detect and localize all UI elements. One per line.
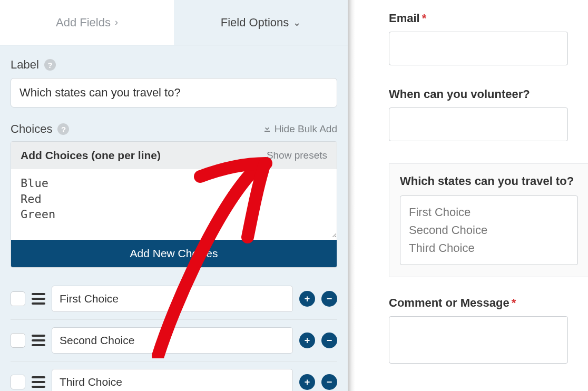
label-input[interactable] xyxy=(11,78,337,107)
hide-bulk-add-label: Hide Bulk Add xyxy=(275,123,337,135)
bulk-add-header: Add Choices (one per line) Show presets xyxy=(11,142,337,169)
volunteer-label: When can you volunteer? xyxy=(389,87,530,101)
preview-choice: First Choice xyxy=(409,203,569,221)
choice-checkbox[interactable] xyxy=(11,375,25,389)
add-new-choices-button[interactable]: Add New Choices xyxy=(11,240,337,267)
email-label: Email xyxy=(389,12,420,25)
required-asterisk: * xyxy=(422,12,427,25)
remove-choice-button[interactable]: − xyxy=(321,291,337,307)
volunteer-input-preview[interactable] xyxy=(389,107,568,141)
hide-bulk-add-link[interactable]: Hide Bulk Add xyxy=(263,123,337,135)
preview-email-field: Email * xyxy=(389,12,580,65)
drag-handle-icon[interactable] xyxy=(32,335,45,346)
comment-label: Comment or Message xyxy=(389,296,509,310)
preview-states-field[interactable]: Which states can you travel to? First Ch… xyxy=(389,163,588,277)
choice-row: + − xyxy=(11,320,337,361)
help-icon[interactable]: ? xyxy=(44,59,56,71)
states-label: Which states can you travel to? xyxy=(400,174,574,188)
builder-tabs: Add Fields › Field Options ⌄ xyxy=(0,0,348,45)
bulk-choices-textarea[interactable]: Blue Red Green xyxy=(11,169,337,238)
preview-choice: Third Choice xyxy=(409,239,569,257)
choice-text-input[interactable] xyxy=(52,327,293,354)
remove-choice-button[interactable]: − xyxy=(321,374,337,390)
states-choices-box: First Choice Second Choice Third Choice xyxy=(400,196,578,265)
form-preview-panel: Email * When can you volunteer? Which st… xyxy=(355,0,588,391)
email-input-preview[interactable] xyxy=(389,32,568,65)
drag-handle-icon[interactable] xyxy=(32,376,45,388)
choices-title: Choices xyxy=(11,122,52,136)
label-title: Label xyxy=(11,58,39,72)
show-presets-link[interactable]: Show presets xyxy=(267,150,327,161)
panel-divider xyxy=(348,0,355,391)
choice-text-input[interactable] xyxy=(52,369,293,391)
preview-comment-field: Comment or Message * xyxy=(389,296,580,364)
tab-add-fields[interactable]: Add Fields › xyxy=(0,0,174,45)
tab-field-options-label: Field Options xyxy=(221,16,289,30)
label-section-header: Label ? xyxy=(11,58,337,72)
choice-checkbox[interactable] xyxy=(11,291,25,306)
help-icon[interactable]: ? xyxy=(57,123,69,135)
add-choice-button[interactable]: + xyxy=(299,333,315,348)
tab-add-fields-label: Add Fields xyxy=(56,16,111,30)
choices-header: Choices ? Hide Bulk Add xyxy=(11,122,337,136)
download-icon xyxy=(263,123,271,135)
choice-text-input[interactable] xyxy=(52,286,293,312)
chevron-right-icon: › xyxy=(115,17,118,28)
remove-choice-button[interactable]: − xyxy=(321,333,337,348)
add-choice-button[interactable]: + xyxy=(299,374,315,390)
tab-field-options[interactable]: Field Options ⌄ xyxy=(174,0,348,45)
choice-row: + − xyxy=(11,278,337,320)
choice-row: + − xyxy=(11,361,337,391)
add-choice-button[interactable]: + xyxy=(299,291,315,307)
bulk-add-title: Add Choices (one per line) xyxy=(21,149,161,162)
required-asterisk: * xyxy=(512,296,516,310)
choice-checkbox[interactable] xyxy=(11,333,25,348)
preview-volunteer-field: When can you volunteer? xyxy=(389,87,580,141)
preview-choice: Second Choice xyxy=(409,221,569,239)
field-options-panel: Add Fields › Field Options ⌄ Label ? Cho… xyxy=(0,0,348,391)
comment-input-preview[interactable] xyxy=(389,316,568,364)
chevron-down-icon: ⌄ xyxy=(293,17,301,28)
field-options-body: Label ? Choices ? Hide Bulk Add xyxy=(0,45,348,391)
drag-handle-icon[interactable] xyxy=(32,293,45,305)
bulk-add-box: Add Choices (one per line) Show presets … xyxy=(11,141,337,268)
